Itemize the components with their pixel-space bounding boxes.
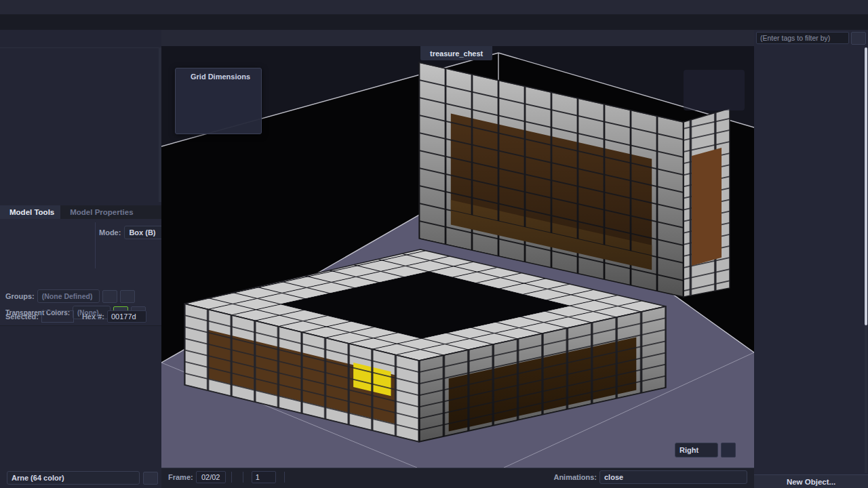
hex-label: Hex #: xyxy=(82,312,104,321)
explorer-tree xyxy=(0,47,159,203)
animations-dropdown[interactable]: close xyxy=(599,470,747,484)
tab-model-tools[interactable]: Model Tools xyxy=(0,205,60,219)
selected-color-swatch[interactable] xyxy=(41,310,74,323)
mode-label: Mode: xyxy=(99,228,121,237)
palette-footer: Arne (64 color) xyxy=(0,470,161,486)
fit-view-button[interactable] xyxy=(721,443,736,458)
new-object-label: New Object... xyxy=(787,478,835,486)
palette-dropdown[interactable]: Arne (64 color) xyxy=(7,471,140,485)
groups-dropdown[interactable]: (None Defined) xyxy=(37,289,100,303)
asset-scrollbar[interactable] xyxy=(865,47,867,473)
group-delete-button[interactable] xyxy=(120,290,135,303)
tag-filter-button[interactable] xyxy=(851,32,866,45)
tab-model-properties[interactable]: Model Properties xyxy=(60,205,139,219)
frame-label: Frame: xyxy=(168,473,193,481)
animations-label: Animations: xyxy=(553,473,597,481)
hex-value: 00177d xyxy=(111,312,136,321)
hex-input[interactable]: 00177d xyxy=(107,310,146,323)
frame-counter[interactable]: 02/02 xyxy=(196,471,226,483)
filter-placeholder: (Enter tags to filter by) xyxy=(760,34,830,42)
voxel-editor-window: { "menu_bar": {"items": [ {"label": "Exp… xyxy=(0,0,868,488)
speed-value: 1 xyxy=(256,473,260,481)
group-select-button[interactable] xyxy=(102,290,117,303)
tab-bar xyxy=(0,15,868,30)
mode-value: Box (B) xyxy=(129,228,155,237)
palette-name: Arne (64 color) xyxy=(12,474,64,482)
filter-row: (Enter tags to filter by) xyxy=(754,30,868,46)
palette-lock-button[interactable] xyxy=(143,472,158,485)
tab-model-tools-label: Model Tools xyxy=(9,208,54,216)
viewport-toolbar xyxy=(161,30,754,46)
grid-dimensions-panel: Grid Dimensions xyxy=(175,68,262,134)
menu-bar xyxy=(0,0,868,15)
view-dropdown[interactable]: Right xyxy=(675,443,718,458)
model-tabs: Model Tools Model Properties xyxy=(0,205,161,219)
grid-panel-title: Grid Dimensions xyxy=(191,73,250,81)
model-tab-label: treasure_chest xyxy=(430,49,483,58)
asset-grid xyxy=(754,46,865,474)
timeline-bar: Frame: 02/02 1 Animations: close xyxy=(161,468,754,488)
explorer-toolbar xyxy=(0,30,161,46)
animations-value: close xyxy=(604,473,623,481)
tag-filter-input[interactable]: (Enter tags to filter by) xyxy=(756,32,849,44)
groups-value: (None Defined) xyxy=(42,292,93,300)
new-object-button[interactable]: New Object... xyxy=(754,474,868,488)
view-select-row: Right xyxy=(675,443,736,458)
game-explorer-panel: Model Tools Model Properties Mode: Box (… xyxy=(0,30,161,488)
groups-label: Groups: xyxy=(5,292,35,300)
3d-canvas[interactable]: treasure_chest Grid Dimensions Right xyxy=(161,46,754,468)
groups-row: Groups: (None Defined) xyxy=(3,289,159,303)
object-library-panel: (Enter tags to filter by) New Object... xyxy=(754,30,868,488)
model-tab-treasure-chest[interactable]: treasure_chest xyxy=(420,46,492,60)
selected-label: Selected: xyxy=(5,312,39,321)
frame-value: 02/02 xyxy=(201,473,220,481)
tab-model-properties-label: Model Properties xyxy=(70,208,133,216)
view-value: Right xyxy=(679,446,698,454)
camera-nav-panel xyxy=(684,70,745,110)
speed-input[interactable]: 1 xyxy=(252,471,276,483)
selected-color-row: Selected: Hex #: 00177d xyxy=(3,310,159,323)
voxel-viewport: treasure_chest Grid Dimensions Right Fra… xyxy=(161,30,754,468)
